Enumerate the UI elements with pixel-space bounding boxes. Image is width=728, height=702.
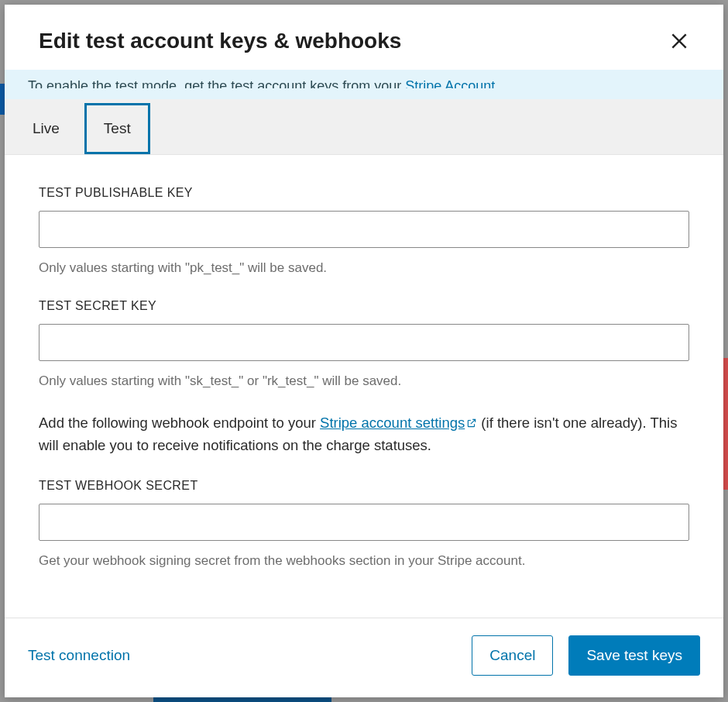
field-publishable-key: TEST PUBLISHABLE KEY Only values startin… <box>39 186 689 277</box>
field-secret-key: TEST SECRET KEY Only values starting wit… <box>39 299 689 391</box>
modal-footer: Test connection Cancel Save test keys <box>5 618 723 697</box>
notice-text: To enable the test mode, get the test ac… <box>28 79 405 88</box>
info-pre: Add the following webhook endpoint to yo… <box>39 415 320 431</box>
secret-key-input[interactable] <box>39 324 689 361</box>
publishable-key-input[interactable] <box>39 211 689 248</box>
tab-live[interactable]: Live <box>19 103 74 154</box>
field-help: Only values starting with "pk_test_" wil… <box>39 259 689 277</box>
webhook-info-text: Add the following webhook endpoint to yo… <box>39 412 689 457</box>
edit-keys-modal: Edit test account keys & webhooks To ena… <box>5 5 723 697</box>
mode-tabs: Live Test <box>5 99 723 155</box>
modal-body: TEST PUBLISHABLE KEY Only values startin… <box>5 155 723 618</box>
tab-test[interactable]: Test <box>84 103 150 154</box>
test-connection-link[interactable]: Test connection <box>28 647 130 663</box>
external-link-icon <box>466 413 477 435</box>
modal-header: Edit test account keys & webhooks <box>5 5 723 73</box>
field-label: TEST WEBHOOK SECRET <box>39 479 689 493</box>
field-webhook-secret: TEST WEBHOOK SECRET Get your webhook sig… <box>39 479 689 570</box>
field-help: Get your webhook signing secret from the… <box>39 552 689 570</box>
notice-link[interactable]: Stripe Account. <box>405 79 499 88</box>
cancel-button[interactable]: Cancel <box>472 635 553 676</box>
stripe-settings-link[interactable]: Stripe account settings <box>320 415 477 431</box>
save-button[interactable]: Save test keys <box>568 635 700 676</box>
field-label: TEST SECRET KEY <box>39 299 689 313</box>
info-notice: To enable the test mode, get the test ac… <box>5 70 723 99</box>
webhook-secret-input[interactable] <box>39 504 689 541</box>
close-button[interactable] <box>666 28 692 54</box>
modal-title: Edit test account keys & webhooks <box>39 29 401 53</box>
close-icon <box>669 31 689 51</box>
field-label: TEST PUBLISHABLE KEY <box>39 186 689 200</box>
field-help: Only values starting with "sk_test_" or … <box>39 372 689 391</box>
